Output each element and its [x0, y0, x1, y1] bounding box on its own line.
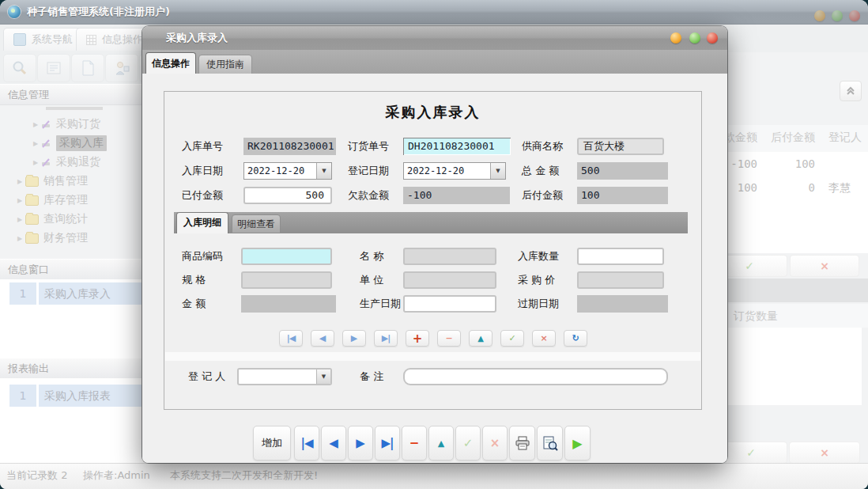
nav-cancel-button[interactable]: ×	[532, 330, 556, 347]
nav-prev-button[interactable]: ◀	[311, 330, 334, 347]
dialog-close-button[interactable]	[707, 32, 718, 44]
run-button[interactable]: ▶	[564, 426, 591, 461]
note-input[interactable]	[403, 368, 668, 385]
system-nav-icon	[13, 33, 26, 46]
expand-arrow-icon[interactable]: ▶	[30, 140, 41, 147]
order-no-input[interactable]: DH201108230001	[403, 138, 511, 155]
maximize-button[interactable]	[832, 10, 843, 21]
list-item-label: 采购入库报表	[39, 385, 149, 407]
operator-status: 操作者:Admin	[83, 464, 150, 487]
list-item[interactable]: 1 采购入库报表	[0, 385, 146, 407]
tree-item-purchase-inbound[interactable]: ▶ 采购入库	[0, 134, 107, 153]
dropdown-arrow-icon[interactable]: ▼	[316, 370, 330, 384]
dialog-title: 采购入库录入	[166, 26, 228, 50]
minimize-button[interactable]	[814, 10, 825, 21]
production-date-input[interactable]	[403, 295, 496, 313]
cell-pay-later: 0	[764, 176, 815, 199]
report-button[interactable]	[37, 54, 70, 82]
order-no-label: 订货单号	[348, 138, 389, 155]
toolbar-next-button[interactable]: ▶	[348, 426, 373, 461]
expand-arrow-icon[interactable]: ▶	[14, 216, 25, 223]
add-button[interactable]: 增加	[253, 426, 291, 461]
total-amount-field: 500	[577, 162, 668, 180]
user-button[interactable]	[105, 54, 138, 82]
register-date-dropdown[interactable]: 2022-12-20 ▼	[403, 162, 506, 180]
close-button[interactable]	[849, 10, 860, 21]
nav-add-button[interactable]: +	[406, 330, 429, 347]
registrar-label: 登 记 人	[188, 368, 225, 385]
toolbar-edit-button[interactable]: ▲	[428, 426, 454, 461]
collapse-panel-button[interactable]	[840, 81, 862, 101]
print-button[interactable]	[509, 426, 535, 461]
nav-first-button[interactable]: |◀	[279, 330, 303, 347]
dialog-maximize-button[interactable]	[689, 32, 700, 44]
product-code-input[interactable]	[241, 248, 332, 265]
tree-item-label: 采购退货	[56, 155, 100, 169]
tree-item-query-stats[interactable]: ▶ 查询统计	[0, 210, 88, 229]
expand-arrow-icon[interactable]: ▶	[30, 121, 41, 128]
user-icon	[114, 60, 130, 76]
table-row[interactable]: 100 0 李慧	[711, 176, 868, 200]
report-output-list: 1 采购入库报表	[0, 378, 146, 463]
registrar-dropdown[interactable]: ▼	[237, 368, 332, 385]
toolbar-cancel-button[interactable]: ×	[482, 426, 508, 461]
dialog-tab-guide[interactable]: 使用指南	[198, 55, 252, 75]
list-item[interactable]: 1 采购入库录入	[0, 282, 146, 305]
expand-arrow-icon[interactable]: ▶	[14, 178, 25, 185]
toolbar-post-button[interactable]: ✓	[455, 426, 481, 461]
cancel-button-background[interactable]: ×	[790, 255, 859, 277]
record-navigator: |◀ ◀ ▶ ▶| + − ▲ ✓ × ↻	[279, 330, 595, 347]
table-row[interactable]: -100 100	[711, 152, 868, 176]
nav-last-button[interactable]: ▶|	[374, 330, 398, 347]
expand-arrow-icon[interactable]: ▶	[14, 197, 25, 204]
toolbar-delete-button[interactable]: −	[402, 426, 427, 461]
paid-amount-input[interactable]: 500	[243, 187, 332, 204]
nav-refresh-button[interactable]: ↻	[564, 330, 587, 347]
purchase-inbound-dialog: 采购入库录入 信息操作 使用指南 采购入库录入 入库单号 RK201108230…	[142, 26, 727, 463]
print-icon	[515, 436, 530, 450]
search-button[interactable]	[3, 54, 36, 82]
dialog-minimize-button[interactable]	[670, 32, 681, 44]
tab-system-nav[interactable]: 系统导航	[3, 28, 83, 51]
dialog-tab-info-ops[interactable]: 信息操作	[145, 52, 196, 74]
background-data-panel: 款金额 后付金额 登记人 -100 100 100 0 李慧 ✓ × 订货数量 …	[711, 52, 868, 463]
toolbar-first-button[interactable]: |◀	[294, 426, 319, 461]
owed-amount-field: -100	[403, 187, 510, 204]
nav-post-button[interactable]: ✓	[500, 330, 524, 347]
toolbar-last-button[interactable]: ▶|	[375, 426, 400, 461]
product-code-label: 商品编码	[182, 248, 223, 265]
expiry-date-label: 过期日期	[518, 295, 559, 313]
record-count-status: 当前记录数 2	[6, 464, 67, 487]
tree-item-purchase-order[interactable]: ▶ 采购订货	[0, 115, 100, 134]
status-bar: 当前记录数 2 操作者:Admin 本系统支持二次开发和全新开发!	[0, 463, 868, 489]
order-qty-empty-area	[723, 328, 862, 405]
tab-inbound-detail[interactable]: 入库明细	[176, 212, 228, 233]
preview-button[interactable]	[537, 426, 563, 461]
tree-item-purchase-return[interactable]: ▶ 采购退货	[0, 153, 100, 172]
order-qty-header: 订货数量	[711, 304, 868, 328]
tree-item-sales-mgmt[interactable]: ▶ 销售管理	[0, 172, 88, 191]
detail-tab-bar: 入库明细 明细查看	[174, 212, 688, 233]
tree-item-finance-mgmt[interactable]: ▶ 财务管理	[0, 229, 88, 248]
form-panel: 采购入库录入 入库单号 RK201108230001 订货单号 DH201108…	[164, 91, 702, 410]
spec-label: 规 格	[182, 271, 206, 289]
inbound-date-dropdown[interactable]: 2022-12-20 ▼	[243, 162, 332, 180]
list-item-index: 1	[9, 282, 36, 305]
expand-arrow-icon[interactable]: ▶	[14, 235, 25, 242]
section-divider-bar	[711, 279, 868, 302]
tree-item-inventory-mgmt[interactable]: ▶ 库存管理	[0, 191, 88, 210]
tab-detail-view[interactable]: 明细查看	[232, 214, 281, 233]
nav-edit-button[interactable]: ▲	[469, 330, 492, 347]
cell-pay-later: 100	[764, 152, 815, 176]
cancel-button-background[interactable]: ×	[789, 442, 860, 464]
unit-label: 单 位	[360, 271, 383, 289]
document-button[interactable]	[71, 54, 104, 82]
nav-delete-button[interactable]: −	[437, 330, 461, 347]
owed-amount-label: 欠款金额	[348, 187, 389, 204]
expand-arrow-icon[interactable]: ▶	[30, 159, 41, 166]
toolbar-prev-button[interactable]: ◀	[321, 426, 346, 461]
dropdown-arrow-icon[interactable]: ▼	[490, 163, 505, 179]
inbound-qty-input[interactable]	[577, 248, 664, 265]
nav-next-button[interactable]: ▶	[342, 330, 366, 347]
dropdown-arrow-icon[interactable]: ▼	[316, 163, 331, 179]
